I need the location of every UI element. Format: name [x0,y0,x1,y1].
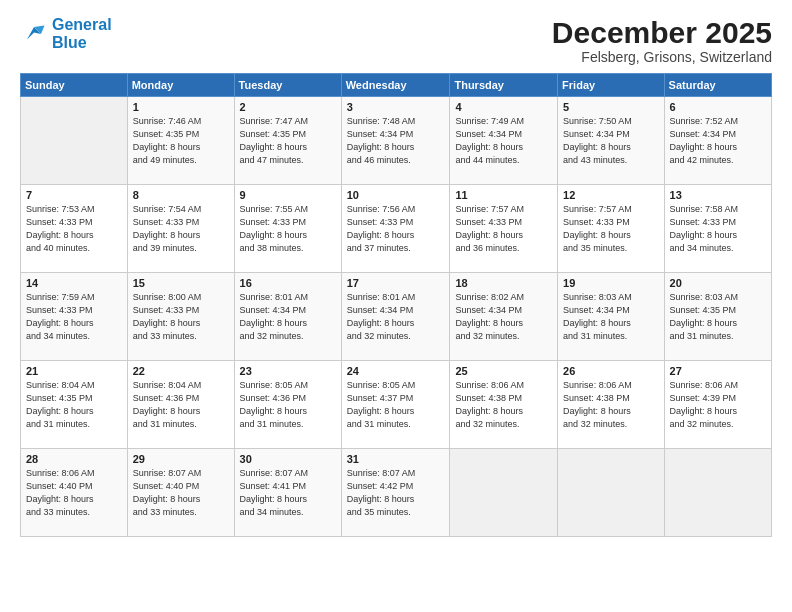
calendar-cell: 10Sunrise: 7:56 AMSunset: 4:33 PMDayligh… [341,185,450,273]
header: General Blue December 2025 Felsberg, Gri… [20,16,772,65]
calendar-cell [558,449,664,537]
calendar-cell: 4Sunrise: 7:49 AMSunset: 4:34 PMDaylight… [450,97,558,185]
weekday-header-friday: Friday [558,74,664,97]
day-info: Sunrise: 7:46 AMSunset: 4:35 PMDaylight:… [133,115,229,167]
calendar-cell: 9Sunrise: 7:55 AMSunset: 4:33 PMDaylight… [234,185,341,273]
calendar-cell: 2Sunrise: 7:47 AMSunset: 4:35 PMDaylight… [234,97,341,185]
calendar-cell: 24Sunrise: 8:05 AMSunset: 4:37 PMDayligh… [341,361,450,449]
day-number: 2 [240,101,336,113]
day-number: 22 [133,365,229,377]
day-number: 9 [240,189,336,201]
day-info: Sunrise: 8:06 AMSunset: 4:38 PMDaylight:… [455,379,552,431]
day-info: Sunrise: 7:57 AMSunset: 4:33 PMDaylight:… [563,203,658,255]
calendar-cell: 15Sunrise: 8:00 AMSunset: 4:33 PMDayligh… [127,273,234,361]
day-info: Sunrise: 8:06 AMSunset: 4:38 PMDaylight:… [563,379,658,431]
calendar-cell: 16Sunrise: 8:01 AMSunset: 4:34 PMDayligh… [234,273,341,361]
day-info: Sunrise: 8:03 AMSunset: 4:35 PMDaylight:… [670,291,766,343]
weekday-header-tuesday: Tuesday [234,74,341,97]
day-info: Sunrise: 7:52 AMSunset: 4:34 PMDaylight:… [670,115,766,167]
title-block: December 2025 Felsberg, Grisons, Switzer… [552,16,772,65]
weekday-header-wednesday: Wednesday [341,74,450,97]
calendar-cell: 18Sunrise: 8:02 AMSunset: 4:34 PMDayligh… [450,273,558,361]
calendar-cell: 14Sunrise: 7:59 AMSunset: 4:33 PMDayligh… [21,273,128,361]
day-number: 21 [26,365,122,377]
day-info: Sunrise: 8:07 AMSunset: 4:42 PMDaylight:… [347,467,445,519]
calendar-cell: 8Sunrise: 7:54 AMSunset: 4:33 PMDaylight… [127,185,234,273]
day-number: 26 [563,365,658,377]
calendar-cell: 19Sunrise: 8:03 AMSunset: 4:34 PMDayligh… [558,273,664,361]
day-info: Sunrise: 7:49 AMSunset: 4:34 PMDaylight:… [455,115,552,167]
day-info: Sunrise: 7:55 AMSunset: 4:33 PMDaylight:… [240,203,336,255]
calendar-cell: 5Sunrise: 7:50 AMSunset: 4:34 PMDaylight… [558,97,664,185]
day-number: 29 [133,453,229,465]
day-number: 30 [240,453,336,465]
day-number: 19 [563,277,658,289]
calendar-cell: 12Sunrise: 7:57 AMSunset: 4:33 PMDayligh… [558,185,664,273]
calendar-cell: 25Sunrise: 8:06 AMSunset: 4:38 PMDayligh… [450,361,558,449]
weekday-header-monday: Monday [127,74,234,97]
month-title: December 2025 [552,16,772,49]
calendar-cell: 27Sunrise: 8:06 AMSunset: 4:39 PMDayligh… [664,361,771,449]
calendar-cell: 23Sunrise: 8:05 AMSunset: 4:36 PMDayligh… [234,361,341,449]
day-info: Sunrise: 8:05 AMSunset: 4:37 PMDaylight:… [347,379,445,431]
calendar-cell [21,97,128,185]
calendar-week-row: 21Sunrise: 8:04 AMSunset: 4:35 PMDayligh… [21,361,772,449]
day-info: Sunrise: 7:56 AMSunset: 4:33 PMDaylight:… [347,203,445,255]
day-info: Sunrise: 7:53 AMSunset: 4:33 PMDaylight:… [26,203,122,255]
day-number: 28 [26,453,122,465]
calendar-table: SundayMondayTuesdayWednesdayThursdayFrid… [20,73,772,537]
calendar-cell: 22Sunrise: 8:04 AMSunset: 4:36 PMDayligh… [127,361,234,449]
calendar-cell: 7Sunrise: 7:53 AMSunset: 4:33 PMDaylight… [21,185,128,273]
day-number: 18 [455,277,552,289]
day-number: 11 [455,189,552,201]
calendar-cell: 3Sunrise: 7:48 AMSunset: 4:34 PMDaylight… [341,97,450,185]
day-number: 8 [133,189,229,201]
day-info: Sunrise: 7:58 AMSunset: 4:33 PMDaylight:… [670,203,766,255]
calendar-cell: 11Sunrise: 7:57 AMSunset: 4:33 PMDayligh… [450,185,558,273]
weekday-header-saturday: Saturday [664,74,771,97]
day-number: 7 [26,189,122,201]
day-info: Sunrise: 8:06 AMSunset: 4:39 PMDaylight:… [670,379,766,431]
day-number: 5 [563,101,658,113]
page: General Blue December 2025 Felsberg, Gri… [0,0,792,612]
day-info: Sunrise: 8:01 AMSunset: 4:34 PMDaylight:… [347,291,445,343]
calendar-cell: 20Sunrise: 8:03 AMSunset: 4:35 PMDayligh… [664,273,771,361]
calendar-cell: 29Sunrise: 8:07 AMSunset: 4:40 PMDayligh… [127,449,234,537]
day-number: 16 [240,277,336,289]
day-info: Sunrise: 8:04 AMSunset: 4:35 PMDaylight:… [26,379,122,431]
day-info: Sunrise: 7:50 AMSunset: 4:34 PMDaylight:… [563,115,658,167]
calendar-week-row: 1Sunrise: 7:46 AMSunset: 4:35 PMDaylight… [21,97,772,185]
calendar-cell: 21Sunrise: 8:04 AMSunset: 4:35 PMDayligh… [21,361,128,449]
calendar-week-row: 28Sunrise: 8:06 AMSunset: 4:40 PMDayligh… [21,449,772,537]
day-number: 27 [670,365,766,377]
calendar-cell: 30Sunrise: 8:07 AMSunset: 4:41 PMDayligh… [234,449,341,537]
day-number: 20 [670,277,766,289]
day-info: Sunrise: 8:01 AMSunset: 4:34 PMDaylight:… [240,291,336,343]
calendar-cell: 26Sunrise: 8:06 AMSunset: 4:38 PMDayligh… [558,361,664,449]
day-number: 3 [347,101,445,113]
calendar-cell: 28Sunrise: 8:06 AMSunset: 4:40 PMDayligh… [21,449,128,537]
day-info: Sunrise: 7:54 AMSunset: 4:33 PMDaylight:… [133,203,229,255]
day-info: Sunrise: 7:59 AMSunset: 4:33 PMDaylight:… [26,291,122,343]
day-number: 25 [455,365,552,377]
day-number: 23 [240,365,336,377]
day-number: 24 [347,365,445,377]
day-number: 12 [563,189,658,201]
day-info: Sunrise: 7:57 AMSunset: 4:33 PMDaylight:… [455,203,552,255]
calendar-cell: 17Sunrise: 8:01 AMSunset: 4:34 PMDayligh… [341,273,450,361]
day-number: 13 [670,189,766,201]
calendar-cell: 1Sunrise: 7:46 AMSunset: 4:35 PMDaylight… [127,97,234,185]
day-number: 31 [347,453,445,465]
weekday-header-row: SundayMondayTuesdayWednesdayThursdayFrid… [21,74,772,97]
day-number: 10 [347,189,445,201]
day-number: 6 [670,101,766,113]
day-number: 1 [133,101,229,113]
day-info: Sunrise: 8:06 AMSunset: 4:40 PMDaylight:… [26,467,122,519]
calendar-cell [450,449,558,537]
calendar-cell [664,449,771,537]
day-info: Sunrise: 8:02 AMSunset: 4:34 PMDaylight:… [455,291,552,343]
day-info: Sunrise: 7:47 AMSunset: 4:35 PMDaylight:… [240,115,336,167]
day-number: 14 [26,277,122,289]
day-info: Sunrise: 8:07 AMSunset: 4:41 PMDaylight:… [240,467,336,519]
weekday-header-sunday: Sunday [21,74,128,97]
